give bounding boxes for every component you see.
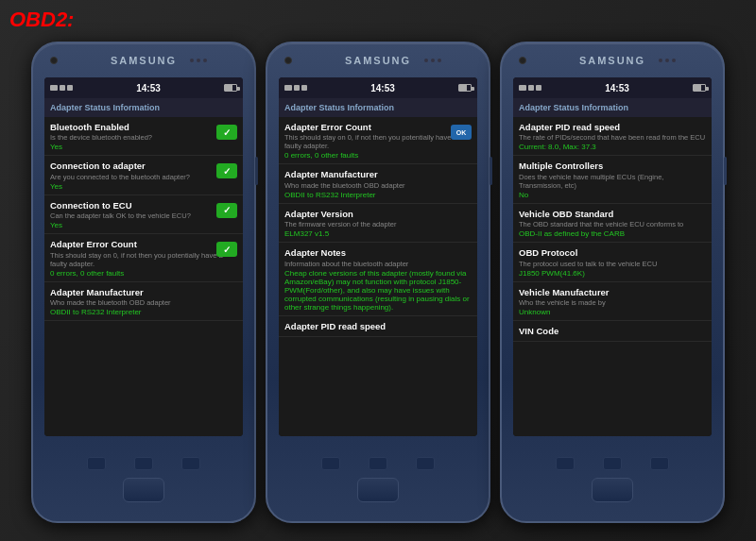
- item-title: Adapter Error Count: [284, 122, 472, 132]
- list-item: OBD ProtocolThe protocol used to talk to…: [513, 243, 712, 281]
- phone-screen: 14:53Adapter Status InformationAdapter E…: [279, 77, 477, 436]
- phone-dots: [424, 59, 441, 62]
- back-button[interactable]: [87, 457, 106, 470]
- item-desc: Is the device bluetooth enabled?: [50, 133, 237, 142]
- item-desc: Who made the bluetooth OBD adapter: [284, 181, 472, 190]
- phone-screen: 14:53Adapter Status InformationBluetooth…: [44, 77, 243, 436]
- list-item: Bluetooth EnabledIs the device bluetooth…: [44, 117, 243, 156]
- phone-dots: [659, 59, 676, 62]
- phone-bottom: [267, 436, 489, 523]
- phone-top-bar: SAMSUNG: [502, 43, 723, 77]
- menu-button[interactable]: [650, 457, 669, 470]
- item-value: ELM327 v1.5: [284, 229, 472, 238]
- phone-2: SAMSUNG 14:53Adapter Status InformationA…: [266, 42, 490, 523]
- item-title: Bluetooth Enabled: [50, 122, 237, 132]
- item-title: Adapter PID read speed: [284, 321, 472, 331]
- item-desc: Information about the bluetooth adapter: [284, 260, 472, 268]
- app-bar-title: Adapter Status Information: [519, 103, 628, 112]
- item-title: Vehicle Manufacturer: [519, 287, 706, 297]
- item-value: OBDII to RS232 Interpreter: [50, 308, 237, 316]
- status-right-icons: [458, 84, 472, 92]
- item-title: Adapter Version: [284, 209, 472, 219]
- phone-side-button: [490, 157, 492, 185]
- home-button-nav[interactable]: [134, 457, 153, 470]
- item-title: Adapter Manufacturer: [284, 169, 472, 179]
- bt-icon: [67, 85, 73, 91]
- phone-brand: SAMSUNG: [345, 55, 411, 66]
- app-bar: Adapter Status Information: [279, 98, 477, 117]
- phone-bottom: [33, 436, 254, 523]
- signal-icon: [284, 85, 292, 91]
- list-item: Vehicle ManufacturerWho the vehicle is m…: [513, 282, 712, 321]
- app-bar: Adapter Status Information: [513, 98, 712, 117]
- item-desc: This should stay on 0, if not then you p…: [284, 133, 472, 150]
- item-desc: The protocol used to talk to the vehicle…: [519, 260, 706, 268]
- item-title: OBD Protocol: [519, 247, 706, 258]
- status-time: 14:53: [605, 83, 629, 93]
- back-button[interactable]: [556, 457, 575, 470]
- back-button[interactable]: [321, 457, 340, 470]
- item-title: Multiple Controllers: [519, 161, 706, 171]
- item-value: 0 errors, 0 other faults: [50, 269, 237, 278]
- item-desc: This should stay on 0, if not then you p…: [50, 251, 237, 268]
- item-desc: The OBD standard that the vehicle ECU co…: [519, 220, 706, 228]
- battery-icon: [224, 84, 237, 92]
- item-title: Connection to adapter: [50, 161, 237, 171]
- app-bar-title: Adapter Status Information: [50, 103, 160, 112]
- phone-camera: [519, 57, 526, 64]
- item-value: Yes: [50, 221, 237, 229]
- phone-3: SAMSUNG 14:53Adapter Status InformationA…: [500, 42, 725, 523]
- status-right-icons: [224, 84, 237, 92]
- menu-button[interactable]: [181, 457, 200, 470]
- check-badge: ✓: [216, 125, 237, 140]
- home-button-physical[interactable]: [123, 478, 164, 502]
- phones-container: SAMSUNG 14:53Adapter Status InformationB…: [9, 28, 747, 536]
- phone-side-button: [255, 157, 258, 185]
- phone-bottom: [502, 436, 723, 523]
- check-badge: ✓: [216, 203, 237, 218]
- wifi-icon: [294, 85, 300, 91]
- bt-icon: [536, 85, 541, 91]
- nav-buttons: [321, 457, 435, 470]
- item-title: Adapter PID read speed: [519, 122, 706, 132]
- phone-1: SAMSUNG 14:53Adapter Status InformationB…: [31, 42, 256, 523]
- item-value: Yes: [50, 182, 237, 191]
- item-desc: Who made the bluetooth OBD adapter: [50, 298, 237, 307]
- list-item: Connection to adapterAre you connected t…: [44, 156, 243, 194]
- wifi-icon: [528, 85, 534, 91]
- page-background: OBD2: SAMSUNG 14:53Adapter Status Inform…: [0, 0, 756, 541]
- item-desc: Are you connected to the bluetooth adapt…: [50, 173, 237, 181]
- battery-icon: [693, 84, 706, 92]
- item-title: Vehicle OBD Standard: [519, 209, 706, 219]
- list-item: Adapter Error CountThis should stay on 0…: [44, 234, 243, 281]
- item-value: Yes: [50, 143, 237, 151]
- item-desc: The firmware version of the adapter: [284, 220, 472, 228]
- check-icon: ✓: [223, 205, 231, 215]
- item-title: Adapter Error Count: [50, 239, 237, 249]
- item-desc: Can the adapter talk OK to the vehicle E…: [50, 211, 237, 220]
- phone-camera: [284, 57, 292, 64]
- home-button-nav[interactable]: [603, 457, 622, 470]
- phone-top-bar: SAMSUNG: [267, 43, 489, 77]
- screen-content[interactable]: Adapter Error CountThis should stay on 0…: [279, 117, 477, 436]
- phone-top-bar: SAMSUNG: [33, 43, 254, 77]
- signal-icon: [519, 85, 526, 91]
- screen-content[interactable]: Bluetooth EnabledIs the device bluetooth…: [44, 117, 243, 436]
- home-button-physical[interactable]: [592, 478, 633, 502]
- home-button-physical[interactable]: [357, 478, 399, 502]
- item-value: OBD-II as defined by the CARB: [519, 229, 706, 238]
- bt-icon: [301, 85, 307, 91]
- screen-content[interactable]: Adapter PID read speedThe rate of PIDs/s…: [513, 117, 712, 436]
- status-bar: 14:53: [513, 77, 712, 98]
- menu-button[interactable]: [416, 457, 435, 470]
- signal-icon: [50, 85, 58, 91]
- list-item: Adapter NotesInformation about the bluet…: [279, 243, 477, 315]
- item-value: No: [519, 191, 706, 199]
- check-icon: ✓: [223, 166, 231, 177]
- item-title: Connection to ECU: [50, 200, 237, 211]
- nav-buttons: [87, 457, 200, 470]
- app-bar-title: Adapter Status Information: [284, 103, 394, 112]
- status-bar: 14:53: [44, 77, 243, 98]
- home-button-nav[interactable]: [369, 457, 387, 470]
- phone-brand: SAMSUNG: [111, 55, 177, 66]
